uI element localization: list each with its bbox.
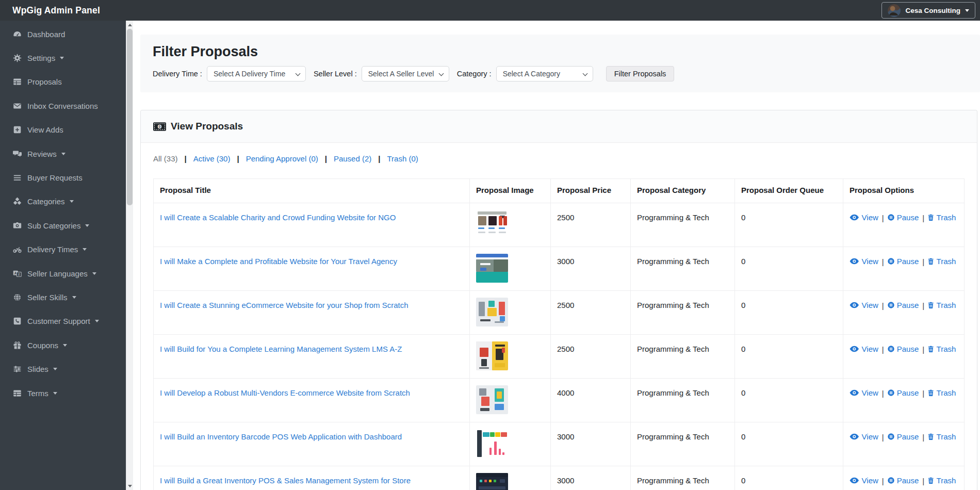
sidebar-item-label: Delivery Times [27, 245, 78, 254]
view-link[interactable]: View [850, 432, 878, 441]
trash-icon [928, 346, 934, 352]
option-separator: | [882, 301, 884, 310]
proposal-order-queue: 0 [735, 203, 843, 247]
sidebar-item-coupons[interactable]: Coupons [0, 333, 126, 357]
column-header-proposal-options: Proposal Options [843, 179, 965, 203]
proposal-category: Programming & Tech [631, 247, 735, 291]
sidebar-item-slides[interactable]: Slides [0, 357, 126, 381]
caret-down-icon [63, 344, 67, 347]
proposal-title-link[interactable]: I will Develop a Robust Multi-Vendors E-… [160, 388, 410, 397]
table-row: I will Create a Scalable Charity and Cro… [154, 203, 965, 247]
sidebar-item-label: Buyer Requests [27, 173, 83, 182]
plus-square-icon [12, 125, 23, 134]
option-separator: | [882, 257, 884, 266]
trash-link[interactable]: Trash [928, 432, 956, 441]
sidebar-item-buyer-requests[interactable]: Buyer Requests [0, 166, 126, 189]
proposal-title-link[interactable]: I will Make a Complete and Profitable We… [160, 257, 397, 266]
pause-link[interactable]: Pause [888, 257, 919, 266]
caret-down-icon [53, 368, 57, 370]
user-menu-button[interactable]: Cesa Consulting [881, 2, 975, 19]
proposal-title-link[interactable]: I will Build for You a Complete Learning… [160, 345, 402, 353]
motorcycle-icon [12, 245, 23, 254]
proposals-card-header: 0 View Proposals [141, 110, 977, 143]
trash-link[interactable]: Trash [928, 388, 956, 397]
trash-link[interactable]: Trash [928, 257, 956, 266]
pause-icon [888, 477, 894, 484]
caret-down-icon [53, 392, 57, 395]
option-label: View [862, 388, 878, 397]
proposal-category: Programming & Tech [631, 291, 735, 335]
option-label: Pause [897, 345, 919, 353]
sidebar-item-proposals[interactable]: Proposals [0, 70, 126, 94]
caret-down-icon [70, 200, 74, 203]
pause-link[interactable]: Pause [888, 213, 919, 222]
sidebar-item-label: Seller Languages [27, 269, 88, 278]
tab-active-30[interactable]: Active (30) [193, 154, 231, 163]
table-icon [12, 389, 23, 398]
money-bill-icon: 0 [153, 122, 166, 131]
sidebar-item-label: View Adds [27, 125, 63, 134]
proposal-title-link[interactable]: I will Create a Scalable Charity and Cro… [160, 213, 396, 222]
tab-pending-approvel-0[interactable]: Pending Approvel (0) [246, 154, 318, 163]
sidebar-item-sub-categories[interactable]: Sub Categories [0, 214, 126, 237]
proposal-price: 2500 [551, 335, 631, 379]
view-link[interactable]: View [850, 257, 878, 266]
tab-trash-0[interactable]: Trash (0) [387, 154, 418, 163]
proposal-price: 3000 [551, 422, 631, 466]
pause-link[interactable]: Pause [888, 301, 919, 309]
sidebar-item-delivery-times[interactable]: Delivery Times [0, 238, 126, 262]
proposal-thumbnail [476, 385, 544, 414]
filter-section: Filter Proposals Delivery Time :Select A… [140, 35, 980, 92]
pause-link[interactable]: Pause [888, 345, 919, 353]
pause-link[interactable]: Pause [888, 432, 919, 441]
sidebar-item-terms[interactable]: Terms [0, 381, 126, 405]
chevron-down-icon [295, 71, 300, 76]
proposal-thumbnail [476, 341, 544, 370]
view-link[interactable]: View [850, 301, 878, 309]
trash-link[interactable]: Trash [928, 301, 956, 309]
tab-paused-2[interactable]: Paused (2) [334, 154, 371, 163]
proposal-title-link[interactable]: I will Create a Stunning eCommerce Websi… [160, 301, 409, 309]
table-row: I will Build an Inventory Barcode POS We… [154, 422, 965, 466]
tab-all-33[interactable]: All (33) [153, 154, 178, 163]
proposal-order-queue: 0 [735, 379, 843, 422]
trash-link[interactable]: Trash [928, 345, 956, 353]
sidebar-item-categories[interactable]: Categories [0, 190, 126, 214]
eye-icon [850, 477, 859, 484]
view-link[interactable]: View [850, 345, 878, 353]
scrollbar-thumb[interactable] [127, 29, 133, 205]
trash-link[interactable]: Trash [928, 476, 956, 485]
filter-proposals-button[interactable]: Filter Proposals [606, 66, 675, 81]
proposal-title-link[interactable]: I will Build an Inventory Barcode POS We… [160, 432, 402, 441]
scrollbar-down-arrow-icon[interactable] [126, 482, 133, 489]
sidebar-item-reviews[interactable]: Reviews [0, 142, 126, 166]
sidebar-item-dashboard[interactable]: Dashboard [0, 22, 126, 46]
sidebar-item-customer-support[interactable]: Customer Support [0, 309, 126, 333]
column-header-proposal-price: Proposal Price [551, 179, 631, 203]
sidebar-item-label: Dashboard [27, 30, 65, 39]
sidebar-item-seller-skills[interactable]: Seller Skills [0, 285, 126, 309]
scrollbar-up-arrow-icon[interactable] [126, 21, 133, 28]
sidebar-item-inbox-conversations[interactable]: Inbox Conversations [0, 94, 126, 118]
select-a-delivery-time-select[interactable]: Select A Delivery Time [207, 66, 306, 81]
view-link[interactable]: View [850, 388, 878, 397]
view-link[interactable]: View [850, 213, 878, 222]
proposal-title-link[interactable]: I will Build a Great Inventory POS & Sal… [160, 476, 411, 485]
table-row: I will Build for You a Complete Learning… [154, 335, 965, 379]
option-label: Trash [937, 476, 956, 485]
sidebar-item-label: Proposals [27, 77, 62, 86]
sidebar-item-seller-languages[interactable]: AzSeller Languages [0, 262, 126, 285]
sidebar-item-label: Terms [27, 389, 48, 398]
sidebar-item-view-adds[interactable]: View Adds [0, 118, 126, 142]
select-a-seller-level-select[interactable]: Select A Seller Level [362, 66, 449, 81]
trash-link[interactable]: Trash [928, 213, 956, 222]
select-a-category-select[interactable]: Select A Category [496, 66, 593, 81]
sidebar-item-label: Customer Support [27, 317, 90, 325]
view-link[interactable]: View [850, 476, 878, 485]
pause-link[interactable]: Pause [888, 476, 919, 485]
sidebar-item-settings[interactable]: Settings [0, 46, 126, 70]
select-value: Select A Category [503, 70, 560, 78]
gear-icon [12, 54, 23, 62]
pause-link[interactable]: Pause [888, 388, 919, 397]
content-scrollbar[interactable] [126, 21, 133, 490]
